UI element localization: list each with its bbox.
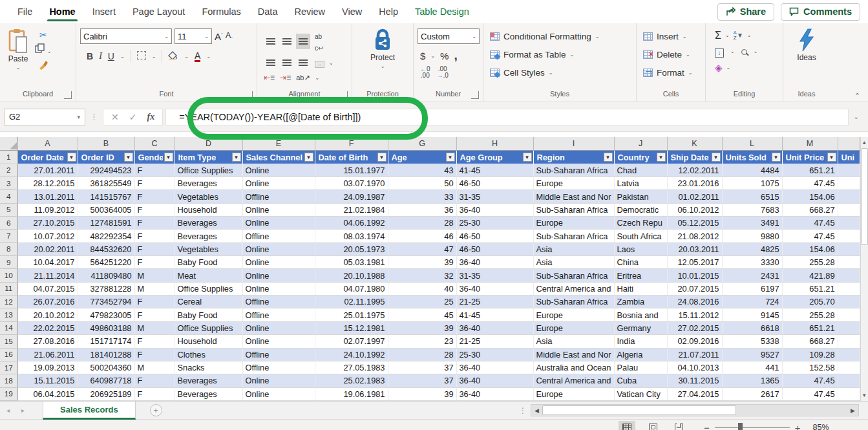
cell[interactable]: 25-30 [456,217,533,230]
cell[interactable]: 27.02.2015 [667,321,722,334]
row-number-15[interactable]: 15 [0,335,17,348]
row-number-18[interactable]: 18 [0,374,17,387]
row-number-10[interactable]: 10 [0,269,17,282]
merge-center-button[interactable]: ↔ [312,55,327,70]
cell[interactable]: 03.07.1970 [315,177,388,190]
sheet-tab-sales-records[interactable]: Sales Records [43,402,136,420]
cell[interactable]: Snacks [175,361,242,374]
cell[interactable]: F [134,374,175,387]
row-number-4[interactable]: 4 [0,190,17,203]
tab-help[interactable]: Help [370,0,407,23]
cell[interactable]: Online [242,387,315,400]
cell[interactable]: Cereal [175,296,242,308]
cell[interactable]: Sub-Saharan Africa [533,203,614,216]
cell[interactable]: 2617 [722,387,782,400]
cell[interactable]: 181401288 [78,348,134,361]
tab-view[interactable]: View [333,0,370,23]
cell[interactable] [838,374,860,387]
cell[interactable]: 06.10.2012 [667,203,722,216]
cell[interactable]: Sub-Saharan Africa [533,269,614,282]
cell[interactable]: Meat [175,269,242,282]
cell[interactable]: 4825 [722,242,782,255]
cell[interactable] [838,361,860,374]
cell[interactable]: 10.04.2017 [17,256,78,269]
format-as-table-button[interactable]: Format as Table⌄ [490,45,574,63]
cell[interactable]: 27.04.2015 [667,387,722,400]
cell[interactable]: 39 [388,387,456,400]
cell[interactable]: 31-35 [456,269,533,282]
row-number-7[interactable]: 7 [0,230,17,242]
cell[interactable]: 23.01.2016 [667,177,722,190]
add-sheet-button[interactable]: + [150,404,162,416]
cell[interactable]: F [134,242,175,255]
cell[interactable] [838,242,860,255]
cell[interactable]: 04.06.1992 [315,217,388,230]
column-letter-partial[interactable] [838,137,860,150]
cell[interactable]: 40 [388,282,456,295]
cell[interactable]: 12.05.2017 [667,256,722,269]
cell[interactable]: 773452794 [78,296,134,308]
cell[interactable]: 21.07.2011 [667,348,722,361]
row-number-13[interactable]: 13 [0,308,17,321]
cell[interactable]: Middle East and Nor [533,190,614,203]
cell[interactable]: 46 [388,230,456,242]
cell[interactable]: 46-50 [456,230,533,242]
font-name-select[interactable]: Calibri⌄ [80,28,172,44]
scroll-up-arrow[interactable]: ▲ [862,137,867,148]
cell[interactable]: 24.09.1987 [315,190,388,203]
cell[interactable]: Asia [533,242,614,255]
cell[interactable]: 06.04.2015 [17,387,78,400]
cell[interactable]: Baby Food [175,256,242,269]
cell[interactable]: Sub-Saharan Africa [533,164,614,177]
cell[interactable]: Central America and [533,282,614,295]
cell[interactable]: 28 [388,217,456,230]
font-dialog-launcher[interactable] [245,91,253,99]
cell[interactable]: Office Supplies [175,164,242,177]
cell[interactable]: Online [242,321,315,334]
cell[interactable]: 05.03.1981 [315,256,388,269]
cell[interactable]: F [134,164,175,177]
share-button[interactable]: Share [717,3,774,21]
column-letter-M[interactable]: M [782,137,838,150]
cell[interactable]: 15.12.1981 [315,321,388,334]
underline-button[interactable]: U [108,51,114,61]
cell[interactable]: 21.11.2014 [17,269,78,282]
cell[interactable]: 564251220 [78,256,134,269]
protect-button[interactable]: Protect ⌄ [365,26,400,72]
cell[interactable]: 15.11.2012 [667,308,722,321]
column-letter-C[interactable]: C [134,137,175,150]
align-bottom-button[interactable] [296,34,310,49]
cell[interactable]: India [614,335,667,348]
cell[interactable]: 05.12.2015 [667,217,722,230]
cell[interactable]: Offline [242,190,315,203]
cell[interactable]: 127481591 [78,217,134,230]
cell[interactable]: Middle East and Nor [533,348,614,361]
cancel-button[interactable]: ✕ [111,112,119,122]
format-cells-button[interactable]: Format⌄ [643,63,692,81]
cell[interactable]: Offline [242,296,315,308]
select-all-button[interactable] [0,137,17,150]
cell[interactable]: 36-40 [456,361,533,374]
cell[interactable]: Cuba [614,374,667,387]
cell[interactable]: 26.07.2016 [17,296,78,308]
cell[interactable]: 25.01.1975 [315,308,388,321]
cell[interactable]: 08.03.1974 [315,230,388,242]
horizontal-scrollbar[interactable]: ◀ ▶ [531,404,859,416]
filter-dropdown-button[interactable]: ▼ [827,153,836,162]
cell[interactable]: Palau [614,361,667,374]
cell[interactable]: 01.02.2011 [667,190,722,203]
cell[interactable]: 20.05.1973 [315,242,388,255]
column-letter-I[interactable]: I [533,137,614,150]
filter-dropdown-button[interactable]: ▼ [712,153,721,162]
number-format-select[interactable]: Custom⌄ [418,28,480,44]
orientation-button[interactable]: ab↗ [296,74,310,81]
filter-dropdown-button[interactable]: ▼ [232,153,241,162]
tab-formulas[interactable]: Formulas [193,0,249,23]
cell[interactable]: 27.10.2015 [17,217,78,230]
zoom-out-button[interactable]: − [704,422,710,430]
row-number-12[interactable]: 12 [0,296,17,308]
cell[interactable]: 154.06 [782,190,838,203]
align-right-button[interactable] [296,55,310,70]
cell[interactable]: 27.08.2016 [17,335,78,348]
autosum-button[interactable]: Σ [715,30,721,41]
